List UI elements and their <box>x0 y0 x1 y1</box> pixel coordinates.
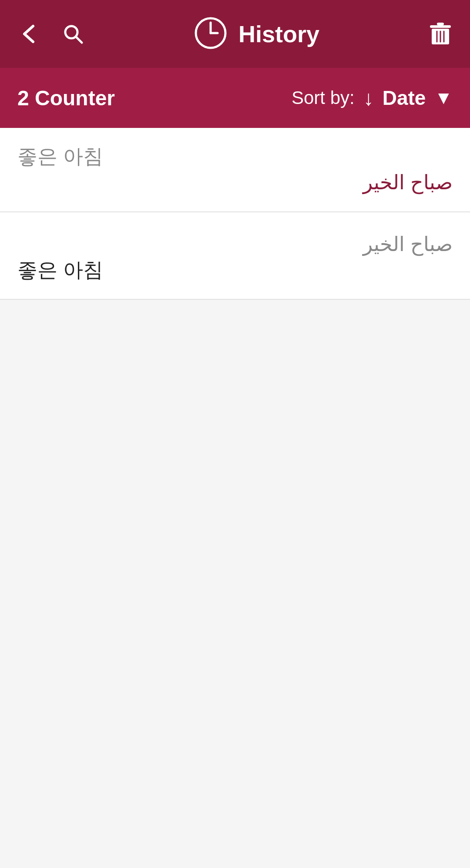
item-translation-text: صباح الخير <box>17 170 453 196</box>
search-button[interactable] <box>62 23 84 45</box>
sort-label: Sort by: <box>292 87 355 108</box>
header: History <box>0 0 470 68</box>
page-title: History <box>238 20 319 47</box>
header-center: History <box>193 16 319 52</box>
back-button[interactable] <box>17 23 40 45</box>
svg-line-1 <box>76 37 82 43</box>
counter-text: 2 Counter <box>17 86 115 110</box>
item-source-text-dark: 좋은 아침 <box>17 257 453 283</box>
list-item[interactable]: 좋은 아침 صباح الخير <box>0 128 470 212</box>
sort-chevron-icon[interactable]: ▼ <box>434 87 453 108</box>
header-left <box>17 23 84 45</box>
sort-arrow-icon: ↓ <box>363 86 374 110</box>
header-right <box>428 21 453 47</box>
sort-bar: 2 Counter Sort by: ↓ Date ▼ <box>0 68 470 128</box>
clock-icon <box>193 16 228 52</box>
item-translation-text-light: صباح الخير <box>17 231 453 258</box>
svg-rect-5 <box>430 25 451 28</box>
delete-button[interactable] <box>428 21 453 47</box>
history-list: 좋은 아침 صباح الخير صباح الخير 좋은 아침 <box>0 128 470 300</box>
sort-controls[interactable]: Sort by: ↓ Date ▼ <box>292 86 453 110</box>
list-item[interactable]: صباح الخير 좋은 아침 <box>0 212 470 300</box>
sort-value: Date <box>383 86 426 110</box>
item-source-text: 좋은 아침 <box>17 144 453 170</box>
svg-rect-6 <box>437 23 444 25</box>
